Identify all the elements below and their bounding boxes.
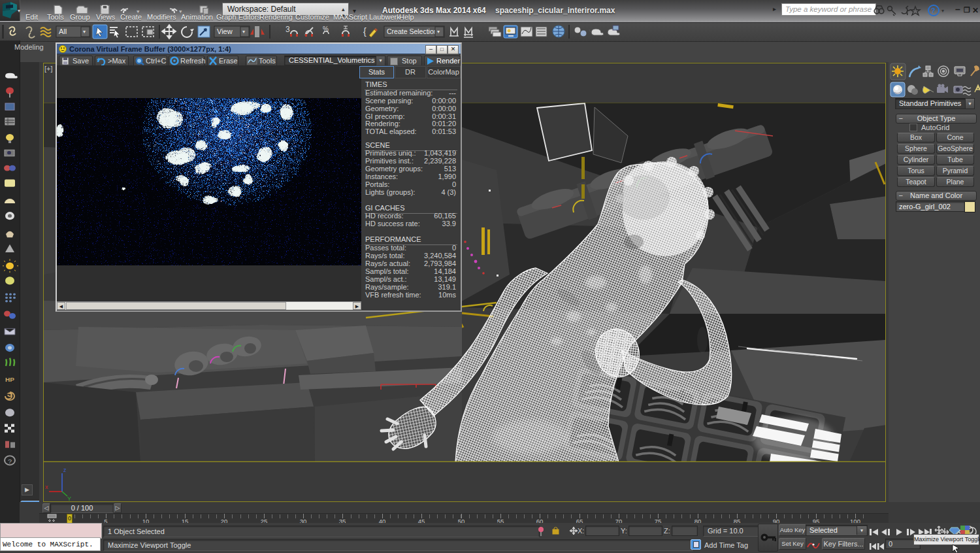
svg-text:3: 3 — [286, 25, 290, 34]
svg-text:▾: ▾ — [941, 8, 944, 14]
svg-text:▾: ▾ — [437, 29, 440, 35]
svg-text:?: ? — [931, 7, 936, 14]
svg-text:Create Selection: Create Selection — [387, 27, 438, 35]
svg-text:▾: ▾ — [242, 29, 245, 35]
svg-text:{: { — [363, 26, 367, 37]
svg-text:View: View — [217, 27, 233, 35]
svg-text:HP: HP — [5, 377, 14, 383]
svg-text:z: z — [63, 467, 67, 473]
svg-text:▾: ▾ — [83, 29, 86, 35]
svg-text:Y: Y — [67, 495, 71, 501]
svg-text:?: ? — [8, 458, 12, 464]
svg-text:All: All — [59, 27, 67, 35]
svg-text:x: x — [45, 484, 48, 490]
